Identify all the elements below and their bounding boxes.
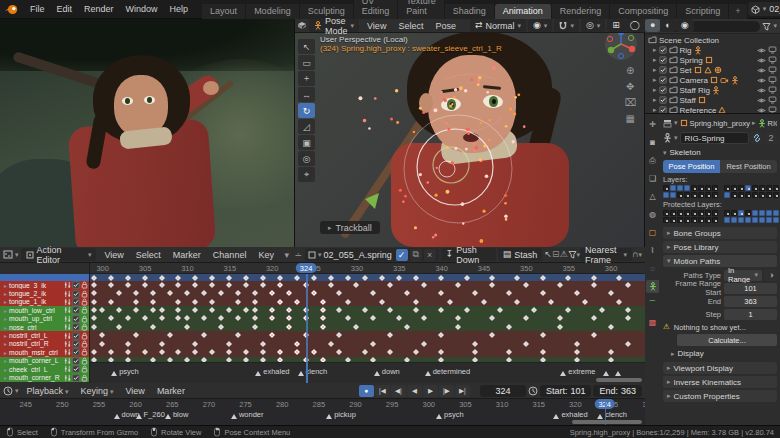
motion-paths-options-icon[interactable]: ◑ — [765, 269, 777, 281]
expand-icon[interactable]: ▸ — [4, 366, 7, 373]
jump-to-start-button[interactable]: |◀ — [375, 385, 390, 397]
rig-control-dot[interactable] — [486, 91, 489, 94]
snap-selector[interactable]: ▾ — [554, 19, 579, 32]
armature-layer-cell[interactable] — [745, 185, 751, 191]
rig-control-dot[interactable] — [485, 174, 489, 178]
rig-control-dot[interactable] — [504, 215, 507, 218]
rig-control-dot[interactable] — [466, 127, 470, 131]
collection-checkbox-icon[interactable] — [659, 76, 667, 84]
armature-layer-cell[interactable] — [759, 192, 765, 198]
armature-layer-cell[interactable] — [738, 192, 744, 198]
protected-layer-cell[interactable] — [677, 210, 683, 216]
mode-selector[interactable]: Pose Mode ▾ — [309, 19, 359, 32]
menu-key[interactable]: Key — [252, 250, 280, 260]
protected-layer-cell[interactable] — [731, 210, 737, 216]
select-tool-button[interactable]: ↖ — [298, 39, 315, 54]
annotate-tool-button[interactable]: ◎ — [298, 151, 315, 166]
marker-down[interactable]: down — [374, 367, 400, 376]
lock-icon[interactable] — [81, 323, 88, 331]
menu-playback[interactable]: Playback ▾ — [21, 386, 75, 396]
rig-control-dot[interactable] — [504, 202, 507, 205]
rig-circle-inner[interactable] — [433, 147, 469, 183]
expand-icon[interactable]: ▸ — [653, 76, 657, 84]
modifier-icon[interactable] — [64, 374, 71, 382]
expand-icon[interactable]: ▸ — [653, 106, 657, 114]
paths-type-dropdown[interactable]: In Range▾ — [724, 270, 762, 281]
outliner-row-staff[interactable]: ▸Staff — [645, 95, 780, 105]
modifier-icon[interactable] — [64, 340, 71, 348]
properties-tab-world[interactable]: ◍ — [646, 208, 659, 221]
shading-material-button[interactable]: ◐ — [660, 19, 675, 32]
rig-control-dot[interactable] — [505, 218, 508, 221]
unlink-action-icon[interactable]: × — [424, 249, 436, 261]
properties-tab-render[interactable]: ◙ — [646, 136, 659, 149]
editor-type-icon[interactable] — [3, 250, 13, 259]
rig-control-dot[interactable] — [477, 83, 480, 86]
menu-help[interactable]: Help — [164, 4, 195, 14]
menu-render[interactable]: Render — [78, 4, 120, 14]
workspace-tab-animation[interactable]: Animation — [495, 4, 552, 19]
lock-icon[interactable] — [81, 306, 88, 314]
menu-view[interactable]: View — [120, 386, 151, 396]
scene-selector[interactable]: ▾ 02_055_A.anim ⧉ × — [748, 2, 780, 16]
modifier-icon[interactable] — [64, 298, 71, 306]
pose-position-button[interactable]: Pose Position — [663, 160, 720, 173]
protected-layer-cell[interactable] — [705, 217, 711, 223]
workspace-tab-+[interactable]: + — [729, 4, 747, 19]
menu-keying[interactable]: Keying ▾ — [75, 386, 120, 396]
armature-layer-cell[interactable] — [663, 185, 669, 191]
ghost-frames-icon[interactable]: ⊟ — [552, 250, 560, 259]
rig-control-dot[interactable] — [464, 89, 468, 93]
skeleton-panel-header[interactable]: ▾ Skeleton — [663, 147, 777, 158]
channel-enable-icon[interactable] — [72, 332, 80, 340]
armature-layer-cell[interactable] — [677, 192, 683, 198]
outliner-row-set[interactable]: ▸Set — [645, 65, 780, 75]
properties-tab-object-data[interactable] — [646, 280, 659, 293]
protected-layer-cell[interactable] — [738, 210, 744, 216]
disable-viewport-icon[interactable] — [768, 96, 777, 104]
rig-control-dot[interactable] — [509, 107, 512, 110]
protected-layer-cell[interactable] — [705, 210, 711, 216]
pin-action-icon[interactable]: ∸ — [294, 249, 304, 261]
protected-layer-cell[interactable] — [670, 217, 676, 223]
protected-layer-cell[interactable] — [745, 217, 751, 223]
play-button[interactable]: ▶ — [423, 385, 438, 397]
rig-control-dot[interactable] — [440, 91, 443, 94]
disable-viewport-icon[interactable] — [768, 76, 777, 84]
end-frame-field[interactable]: End: 363 — [593, 385, 642, 397]
rig-control-dot[interactable] — [419, 107, 422, 110]
panel-custom-properties[interactable]: ▸Custom Properties — [663, 390, 777, 402]
modifier-icon[interactable] — [64, 290, 71, 298]
properties-tab-tool[interactable]: ✛ — [646, 118, 659, 131]
rig-control-dot[interactable] — [374, 97, 377, 100]
action-name[interactable]: 02_055_A.spring — [324, 250, 394, 260]
rig-control-dot[interactable] — [443, 98, 445, 100]
rig-control-dot[interactable] — [461, 202, 465, 206]
collection-checkbox-icon[interactable] — [659, 66, 667, 74]
protected-layer-cell[interactable] — [663, 217, 669, 223]
armature-layer-cell[interactable] — [691, 185, 697, 191]
channel-enable-icon[interactable] — [72, 374, 80, 382]
protected-layer-cell[interactable] — [670, 210, 676, 216]
protected-layer-cell[interactable] — [712, 217, 718, 223]
modifier-icon[interactable] — [64, 357, 71, 365]
channel-mouth_corner_L[interactable]: ▸mouth_corner_L — [0, 357, 90, 365]
protected-layer-cell[interactable] — [752, 210, 758, 216]
modifier-icon[interactable] — [64, 365, 71, 373]
rig-control-dot[interactable] — [434, 108, 438, 112]
editor-type-icon[interactable] — [663, 119, 672, 128]
collection-checkbox-icon[interactable] — [659, 86, 667, 94]
filter-icon[interactable] — [762, 22, 771, 31]
expand-icon[interactable]: ▸ — [653, 96, 657, 104]
outliner-row-spring[interactable]: ▸Spring — [645, 55, 780, 65]
channel-mouth_up_ctrl[interactable]: ▸mouth_up_ctrl — [0, 315, 90, 323]
rig-control-dot[interactable] — [363, 119, 367, 123]
rig-control-dot[interactable] — [436, 167, 438, 169]
properties-tab-bone[interactable]: ⌒ — [646, 298, 659, 311]
lock-icon[interactable] — [81, 365, 88, 373]
protected-layer-cell[interactable] — [698, 217, 704, 223]
rig-control-dot[interactable] — [368, 127, 370, 129]
outliner-row-scene-collection[interactable]: Scene Collection — [645, 35, 780, 45]
lock-icon[interactable] — [81, 281, 88, 289]
protected-layer-cell[interactable] — [731, 217, 737, 223]
